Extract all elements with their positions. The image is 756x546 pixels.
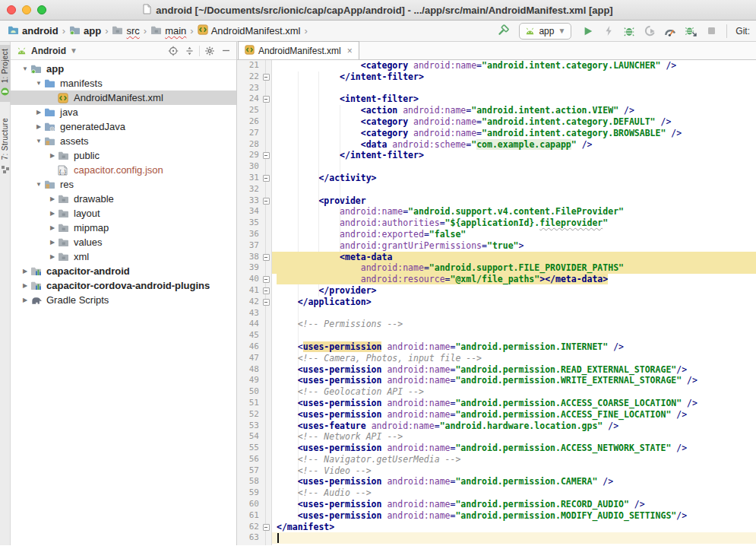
tree-item-java[interactable]: ▶java — [11, 105, 236, 119]
run-button[interactable] — [581, 24, 595, 38]
fold-marker-icon[interactable] — [263, 254, 270, 261]
tree-item-gradle-scripts[interactable]: ▶Gradle Scripts — [11, 293, 236, 307]
code-line-58[interactable]: <uses-permission android:name="android.p… — [272, 476, 756, 487]
code-line-35[interactable]: android:authorities="${applicationId}.fi… — [272, 217, 756, 229]
fold-marker-icon[interactable] — [263, 524, 270, 531]
line-number[interactable]: 62 — [237, 522, 271, 533]
code-line-28[interactable]: <data android:scheme="com.example.capapp… — [272, 139, 756, 151]
code-line-55[interactable]: <uses-permission android:name="android.p… — [272, 443, 756, 454]
tree-toggle-arrow[interactable]: ▼ — [20, 65, 30, 72]
line-number[interactable]: 37 — [237, 240, 271, 252]
tree-toggle-arrow[interactable]: ▼ — [33, 80, 44, 87]
collapse-all-button[interactable] — [183, 45, 195, 57]
tree-toggle-arrow[interactable]: ▶ — [47, 224, 58, 231]
tree-toggle-arrow[interactable]: ▶ — [47, 195, 58, 202]
code-line-47[interactable]: <!-- Camera, Photos, input file --> — [272, 353, 756, 364]
line-number[interactable]: 32 — [237, 184, 271, 195]
code-line-27[interactable]: <category android:name="android.intent.c… — [272, 128, 756, 139]
line-number[interactable]: 53 — [237, 421, 271, 432]
line-number[interactable]: 23 — [237, 83, 271, 94]
code-line-45[interactable] — [272, 330, 756, 341]
tree-item-app[interactable]: ▼app — [11, 62, 236, 76]
tree-toggle-arrow[interactable]: ▶ — [47, 152, 58, 159]
line-number[interactable]: 26 — [237, 116, 271, 128]
code-line-44[interactable]: <!-- Permissions --> — [272, 319, 756, 330]
tool-window-tab-project[interactable]: 1: Project — [0, 45, 11, 102]
line-number[interactable]: 25 — [237, 105, 271, 116]
tree-toggle-arrow[interactable]: ▶ — [33, 123, 44, 130]
tree-item-capacitor-config-json[interactable]: {..}capacitor.config.json — [11, 163, 236, 177]
code-line-25[interactable]: <action android:name="android.intent.act… — [272, 105, 756, 116]
settings-gear-button[interactable] — [204, 45, 216, 57]
code-line-24[interactable]: <intent-filter> — [272, 94, 756, 105]
attach-debugger-button[interactable] — [684, 24, 697, 38]
line-number[interactable]: 58 — [237, 476, 271, 487]
line-number[interactable]: 24 — [237, 94, 271, 105]
code-line-33[interactable]: <provider — [272, 195, 756, 207]
tool-window-tab-structure[interactable]: 7: Structure — [0, 114, 11, 179]
tree-item-capacitor-cordova-android-plugins[interactable]: ▶capacitor-cordova-android-plugins — [11, 278, 236, 293]
code-line-23[interactable] — [272, 83, 756, 94]
project-view-selector[interactable]: Android — [31, 46, 66, 56]
code-line-48[interactable]: <uses-permission android:name="android.p… — [272, 364, 756, 376]
line-number[interactable]: 57 — [237, 465, 271, 477]
tree-item-assets[interactable]: ▼assets — [11, 134, 236, 148]
code-line-29[interactable]: </intent-filter> — [272, 150, 756, 161]
close-tab-icon[interactable]: × — [347, 46, 353, 56]
line-number[interactable]: 48 — [237, 364, 271, 376]
code-line-63[interactable] — [272, 532, 756, 544]
line-number[interactable]: 54 — [237, 431, 271, 443]
code-line-62[interactable]: </manifest> — [272, 522, 756, 533]
hide-panel-button[interactable] — [220, 45, 232, 57]
line-number[interactable]: 28 — [237, 139, 271, 151]
code-line-49[interactable]: <uses-permission android:name="android.p… — [272, 375, 756, 386]
editor-tab-androidmanifest[interactable]: AndroidManifest.xml × — [238, 41, 359, 59]
run-config-select[interactable]: app ▼ — [519, 23, 571, 40]
fold-marker-icon[interactable] — [263, 96, 270, 103]
code-line-32[interactable] — [272, 184, 756, 195]
line-number[interactable]: 35 — [237, 217, 271, 229]
breadcrumb-item-androidmanifest-xml[interactable]: AndroidManifest.xml — [196, 24, 302, 38]
code-editor[interactable]: <category android:name="android.intent.c… — [272, 60, 756, 545]
tree-toggle-arrow[interactable]: ▶ — [33, 109, 44, 116]
tree-toggle-arrow[interactable]: ▶ — [20, 297, 30, 303]
tree-item-androidmanifest-xml[interactable]: AndroidManifest.xml — [11, 90, 236, 105]
code-line-51[interactable]: <uses-permission android:name="android.p… — [272, 398, 756, 409]
fold-marker-icon[interactable] — [263, 276, 270, 283]
line-number[interactable]: 27 — [237, 128, 271, 139]
tree-toggle-arrow[interactable]: ▶ — [47, 210, 58, 217]
code-line-37[interactable]: android:grantUriPermissions="true"> — [272, 240, 756, 252]
code-line-31[interactable]: </activity> — [272, 173, 756, 184]
line-number[interactable]: 34 — [237, 206, 271, 217]
code-line-42[interactable]: </application> — [272, 297, 756, 308]
line-number[interactable]: 49 — [237, 375, 271, 386]
line-number[interactable]: 60 — [237, 499, 271, 510]
code-line-30[interactable] — [272, 161, 756, 173]
line-number[interactable]: 52 — [237, 409, 271, 421]
tree-item-mipmap[interactable]: ▶mipmap — [11, 221, 236, 235]
tree-item-manifests[interactable]: ▼manifests — [11, 76, 236, 90]
line-number[interactable]: 42 — [237, 297, 271, 308]
breadcrumb-item-main[interactable]: main — [149, 24, 188, 38]
line-number[interactable]: 61 — [237, 510, 271, 522]
tree-item-values[interactable]: ▶values — [11, 235, 236, 249]
tree-item-drawable[interactable]: ▶drawable — [11, 192, 236, 206]
code-line-41[interactable]: </provider> — [272, 285, 756, 297]
fold-marker-icon[interactable] — [263, 287, 270, 294]
tree-item-capacitor-android[interactable]: ▶capacitor-android — [11, 264, 236, 278]
tree-item-public[interactable]: ▶public — [11, 148, 236, 163]
code-line-46[interactable]: <uses-permission android:name="android.p… — [272, 341, 756, 353]
build-hammer-button[interactable] — [495, 24, 509, 38]
line-number[interactable]: 59 — [237, 487, 271, 499]
line-number[interactable]: 46 — [237, 341, 271, 353]
fold-marker-icon[interactable] — [263, 74, 270, 81]
tree-item-generatedjava[interactable]: ▶generatedJava — [11, 119, 236, 134]
line-number[interactable]: 29 — [237, 150, 271, 161]
code-line-26[interactable]: <category android:name="android.intent.c… — [272, 116, 756, 128]
line-number[interactable]: 47 — [237, 353, 271, 364]
line-number[interactable]: 39 — [237, 262, 271, 274]
line-number[interactable]: 44 — [237, 319, 271, 330]
line-number[interactable]: 21 — [237, 60, 271, 71]
code-line-60[interactable]: <uses-permission android:name="android.p… — [272, 499, 756, 510]
debug-button[interactable] — [622, 24, 636, 38]
